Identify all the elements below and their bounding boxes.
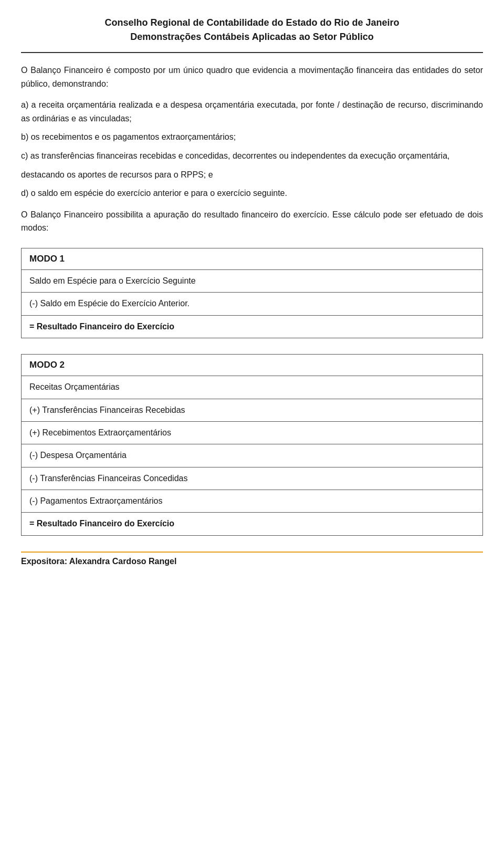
- intro-section: O Balanço Financeiro é composto por um ú…: [21, 64, 483, 235]
- modo2-row7: = Resultado Financeiro do Exercício: [22, 513, 482, 535]
- modo2-row3: (+) Recebimentos Extraorçamentários: [22, 422, 482, 444]
- modo1-header: MODO 1: [22, 248, 482, 270]
- intro-paragraph1: O Balanço Financeiro é composto por um ú…: [21, 64, 483, 90]
- intro-item-a: a) a receita orçamentária realizada e a …: [21, 98, 483, 125]
- modo1-row2: (-) Saldo em Espécie do Exercício Anteri…: [22, 293, 482, 315]
- header-subtitle: Demonstrações Contábeis Aplicadas ao Set…: [21, 30, 483, 44]
- intro-item-c: c) as transferências financeiras recebid…: [21, 149, 483, 163]
- modo2-row1: Receitas Orçamentárias: [22, 376, 482, 399]
- page-header: Conselho Regional de Contabilidade do Es…: [21, 16, 483, 53]
- intro-item-d: d) o saldo em espécie do exercício anter…: [21, 186, 483, 200]
- page-footer: Expositora: Alexandra Cardoso Rangel: [21, 552, 483, 566]
- intro-item-b: b) os recebimentos e os pagamentos extra…: [21, 130, 483, 144]
- header-title: Conselho Regional de Contabilidade do Es…: [21, 16, 483, 30]
- modo1-row1: Saldo em Espécie para o Exercício Seguin…: [22, 270, 482, 293]
- modo2-row2: (+) Transferências Financeiras Recebidas: [22, 399, 482, 422]
- modo2-row6: (-) Pagamentos Extraorçamentários: [22, 490, 482, 513]
- modo1-box: MODO 1 Saldo em Espécie para o Exercício…: [21, 248, 483, 338]
- modo2-row4: (-) Despesa Orçamentária: [22, 444, 482, 467]
- modo2-box: MODO 2 Receitas Orçamentárias (+) Transf…: [21, 354, 483, 536]
- modo2-row5: (-) Transferências Financeiras Concedida…: [22, 467, 482, 490]
- intro-paragraph2: O Balanço Financeiro possibilita a apura…: [21, 208, 483, 235]
- intro-item-c2: destacando os aportes de recursos para o…: [21, 168, 483, 182]
- modo1-row3: = Resultado Financeiro do Exercício: [22, 316, 482, 338]
- modo2-header: MODO 2: [22, 355, 482, 376]
- footer-text: Expositora: Alexandra Cardoso Rangel: [21, 557, 483, 566]
